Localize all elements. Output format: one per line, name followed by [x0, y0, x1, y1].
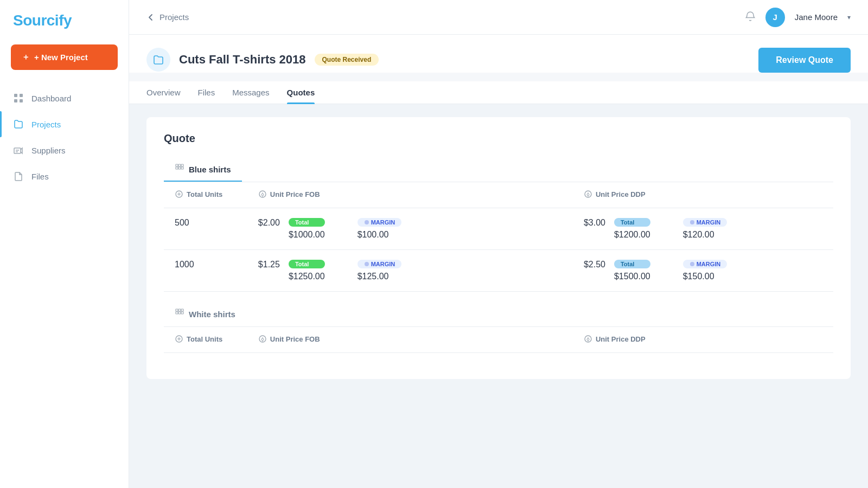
- sidebar-item-suppliers[interactable]: Suppliers: [0, 137, 129, 163]
- status-badge: Quote Received: [315, 54, 379, 66]
- col-total-units-white: Total Units: [164, 327, 247, 353]
- project-title: Cuts Fall T-shirts 2018: [179, 53, 306, 67]
- ddp-icon: [584, 190, 592, 198]
- ddp-icon-white: [584, 335, 592, 343]
- plus-icon: ＋: [22, 52, 30, 62]
- product-tab-icon-white: [175, 308, 184, 320]
- main-content: Projects J Jane Moore ▾ Cuts Fall: [129, 0, 868, 488]
- sidebar-item-label: Dashboard: [31, 94, 71, 103]
- suppliers-icon: [13, 145, 24, 156]
- ddp-total-badge: Total: [614, 218, 650, 227]
- total-units-value: 1000: [164, 250, 247, 292]
- svg-rect-4: [14, 148, 21, 153]
- col-ddp: Unit Price DDP: [573, 182, 833, 208]
- tab-files[interactable]: Files: [198, 81, 215, 104]
- fob-unit-price: $2.00: [258, 218, 280, 228]
- top-header: Projects J Jane Moore ▾: [129, 0, 868, 35]
- quote-heading: Quote: [164, 132, 833, 145]
- svg-rect-7: [176, 164, 178, 166]
- svg-rect-10: [176, 167, 178, 169]
- fob-margin-value: $100.00: [358, 230, 402, 240]
- breadcrumb: Projects: [159, 12, 189, 22]
- quote-card: Quote: [146, 117, 851, 379]
- review-quote-button[interactable]: Review Quote: [758, 48, 851, 73]
- sidebar: Sourcify ＋ + New Project Dashboard: [0, 0, 129, 488]
- tab-messages[interactable]: Messages: [232, 81, 269, 104]
- svg-rect-23: [178, 309, 181, 311]
- notification-bell-icon[interactable]: [745, 11, 756, 24]
- product-section-white-shirts: White shirts: [164, 303, 833, 353]
- svg-point-21: [690, 262, 694, 266]
- fob-unit-price: $1.25: [258, 260, 280, 269]
- sidebar-item-dashboard[interactable]: Dashboard: [0, 85, 129, 111]
- fob-total-badge: Total: [289, 260, 325, 268]
- col-total-units: Total Units: [164, 182, 247, 208]
- fob-total-badge: Total: [289, 218, 325, 227]
- project-tabs: Overview Files Messages Quotes: [129, 81, 868, 104]
- files-icon: [13, 171, 24, 182]
- ddp-unit-price: $3.00: [584, 218, 605, 228]
- dashboard-icon: [13, 93, 24, 104]
- svg-rect-12: [181, 167, 183, 169]
- fob-margin-badge: MARGIN: [358, 218, 402, 227]
- svg-rect-1: [20, 94, 23, 97]
- product-tab-row: Blue shirts: [164, 158, 833, 182]
- ddp-margin-badge: MARGIN: [683, 218, 727, 227]
- svg-rect-11: [178, 167, 181, 169]
- header-right: J Jane Moore ▾: [745, 8, 851, 27]
- content-area: Quote: [129, 104, 868, 488]
- svg-point-18: [365, 220, 369, 224]
- total-units-icon: [175, 190, 183, 198]
- product-tab-label: Blue shirts: [189, 165, 231, 174]
- svg-rect-26: [178, 312, 181, 314]
- tab-quotes[interactable]: Quotes: [287, 81, 315, 104]
- ddp-cell: $3.00 Total $1200.00: [573, 208, 833, 250]
- tab-overview[interactable]: Overview: [146, 81, 181, 104]
- fob-total-value: $1250.00: [289, 272, 325, 281]
- fob-cell: $1.25 Total $1250.00: [247, 250, 573, 292]
- fob-icon: [258, 190, 267, 198]
- new-project-label: + New Project: [34, 53, 88, 62]
- logo: Sourcify: [0, 0, 129, 44]
- sidebar-item-label: Projects: [31, 120, 61, 129]
- product-section-blue-shirts: Blue shirts: [164, 158, 833, 292]
- project-title-row: Cuts Fall T-shirts 2018 Quote Received: [146, 48, 379, 72]
- col-fob: Unit Price FOB: [247, 182, 573, 208]
- logo-text: Sourcify: [13, 12, 72, 29]
- total-units-value: 500: [164, 208, 247, 250]
- fob-margin-badge: MARGIN: [358, 260, 402, 268]
- sidebar-item-files[interactable]: Files: [0, 163, 129, 189]
- svg-rect-0: [14, 94, 17, 97]
- svg-rect-2: [14, 99, 17, 102]
- sidebar-item-label: Suppliers: [31, 146, 66, 155]
- project-header: Cuts Fall T-shirts 2018 Quote Received R…: [129, 35, 868, 73]
- product-tab-white-shirts[interactable]: White shirts: [164, 303, 246, 326]
- blue-shirts-table: Total Units Unit Price FOB: [164, 182, 833, 292]
- sidebar-item-projects[interactable]: Projects: [0, 111, 129, 137]
- product-tab-blue-shirts[interactable]: Blue shirts: [164, 158, 242, 182]
- product-tab-icon: [175, 163, 184, 175]
- svg-point-20: [365, 262, 369, 266]
- ddp-total-value: $1200.00: [614, 230, 650, 240]
- col-fob-white: Unit Price FOB: [247, 327, 573, 353]
- col-ddp-white: Unit Price DDP: [573, 327, 833, 353]
- project-folder-icon: [146, 48, 170, 72]
- ddp-cell: $2.50 Total $1500.00: [573, 250, 833, 292]
- chevron-down-icon[interactable]: ▾: [847, 14, 851, 21]
- white-shirts-table: Total Units Unit Price FOB: [164, 326, 833, 353]
- svg-rect-25: [176, 312, 178, 314]
- svg-rect-24: [181, 309, 183, 311]
- sidebar-nav: Dashboard Projects Suppliers: [0, 85, 129, 189]
- ddp-margin-badge: MARGIN: [683, 260, 727, 268]
- header-left: Projects: [146, 12, 189, 22]
- svg-rect-22: [176, 309, 178, 311]
- avatar: J: [765, 8, 785, 27]
- svg-rect-27: [181, 312, 183, 314]
- svg-rect-3: [20, 99, 23, 102]
- table-row: 500 $2.00 Total $1000.00: [164, 208, 833, 250]
- new-project-button[interactable]: ＋ + New Project: [11, 44, 118, 70]
- back-button[interactable]: [146, 13, 155, 22]
- ddp-total-value: $1500.00: [614, 272, 650, 281]
- ddp-margin-value: $150.00: [683, 272, 727, 281]
- fob-total-value: $1000.00: [289, 230, 325, 240]
